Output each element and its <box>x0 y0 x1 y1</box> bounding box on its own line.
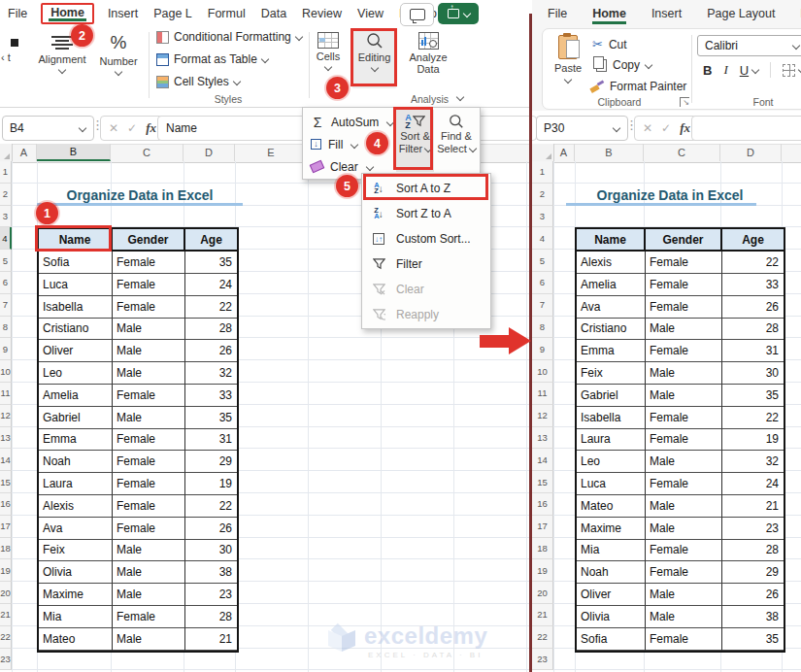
row-header-1[interactable]: 1 <box>0 161 12 184</box>
cell-age[interactable]: 35 <box>185 407 237 429</box>
cell-name[interactable]: Luca <box>39 274 113 296</box>
column-header-d[interactable]: D <box>184 144 235 161</box>
cell-gender[interactable]: Female <box>113 274 185 296</box>
copy-button[interactable]: Copy <box>592 58 651 72</box>
borders-icon[interactable] <box>783 64 795 77</box>
row-header-21[interactable]: 21 <box>532 604 553 626</box>
row-header-19[interactable]: 19 <box>532 559 553 582</box>
cell-gender[interactable]: Male <box>646 385 722 407</box>
cell-name[interactable]: Mia <box>577 540 646 562</box>
ribbon-collapse-chevron-icon[interactable] <box>456 93 464 101</box>
cell-age[interactable]: 32 <box>722 451 784 473</box>
row-header-18[interactable]: 18 <box>0 538 12 560</box>
cell-age[interactable]: 29 <box>185 451 237 473</box>
tab-file[interactable]: File <box>6 3 29 24</box>
column-header-d[interactable]: D <box>720 144 782 161</box>
insert-function-icon[interactable]: fx <box>680 120 690 136</box>
cell-age[interactable]: 38 <box>722 606 784 628</box>
cell-gender[interactable]: Female <box>113 451 185 473</box>
row-header-9[interactable]: 9 <box>0 338 12 360</box>
cell-gender[interactable]: Female <box>113 473 185 495</box>
cell-gender[interactable]: Female <box>646 628 722 651</box>
cell-name[interactable]: Gabriel <box>577 385 646 407</box>
cell-gender[interactable]: Male <box>113 584 185 606</box>
menu-item-custom-sort[interactable]: ↓↑ Custom Sort... <box>362 226 490 252</box>
cell-gender[interactable]: Female <box>113 385 185 407</box>
cell-gender[interactable]: Male <box>646 362 722 385</box>
cell-age[interactable]: 26 <box>722 296 784 319</box>
cell-age[interactable]: 24 <box>185 274 237 296</box>
cell-age[interactable]: 35 <box>722 385 784 407</box>
cell-age[interactable]: 24 <box>722 473 784 495</box>
cell-name[interactable]: Olivia <box>577 606 646 628</box>
cell-age[interactable]: 26 <box>185 518 237 540</box>
cell-gender[interactable]: Female <box>646 429 722 452</box>
cell-gender[interactable]: Male <box>646 584 722 606</box>
name-box[interactable]: B4 <box>2 116 94 141</box>
cell-age[interactable]: 35 <box>722 628 784 651</box>
row-header-9[interactable]: 9 <box>532 338 553 360</box>
cell-name[interactable]: Mia <box>39 606 113 628</box>
row-header-7[interactable]: 7 <box>532 294 553 317</box>
column-header-c[interactable]: C <box>111 144 184 161</box>
tab-data[interactable]: Data <box>259 3 288 24</box>
row-header-21[interactable]: 21 <box>0 604 12 626</box>
cell-name[interactable]: Isabella <box>577 407 646 429</box>
bold-button[interactable]: B <box>703 63 712 78</box>
cell-name[interactable]: Sofia <box>577 628 646 651</box>
row-header-3[interactable]: 3 <box>0 206 12 228</box>
cell-age[interactable]: 22 <box>185 296 237 319</box>
row-header-14[interactable]: 14 <box>0 449 12 471</box>
cell-gender[interactable]: Female <box>646 540 722 562</box>
cell-gender[interactable]: Female <box>113 252 185 274</box>
column-header-b[interactable]: B <box>37 144 111 161</box>
tab-review[interactable]: Review <box>300 3 344 24</box>
tab-page-layout[interactable]: Page Layout <box>705 3 777 24</box>
cell-name[interactable]: Olivia <box>39 561 113 584</box>
cell-age[interactable]: 28 <box>185 319 237 341</box>
cell-age[interactable]: 26 <box>722 584 784 606</box>
row-header-10[interactable]: 10 <box>0 360 12 383</box>
cell-gender[interactable]: Female <box>646 296 722 319</box>
cell-name[interactable]: Ava <box>577 296 646 319</box>
enter-icon[interactable]: ✓ <box>127 121 137 135</box>
cell-gender[interactable]: Male <box>113 362 185 385</box>
row-header-19[interactable]: 19 <box>0 559 12 582</box>
cell-name[interactable]: Leo <box>577 451 646 473</box>
cell-age[interactable]: 22 <box>722 252 784 274</box>
cells-button[interactable]: Cells <box>313 32 344 70</box>
italic-button[interactable]: I <box>723 62 727 78</box>
row-header-7[interactable]: 7 <box>0 294 12 317</box>
cell-gender[interactable]: Female <box>113 296 185 319</box>
row-header-4[interactable]: 4 <box>532 227 553 250</box>
row-header-8[interactable]: 8 <box>532 317 553 339</box>
row-header-20[interactable]: 20 <box>0 582 12 604</box>
cell-name[interactable]: Cristiano <box>577 319 646 341</box>
cell-name[interactable]: Feix <box>577 362 646 385</box>
cell-name[interactable]: Amelia <box>39 385 113 407</box>
row-header-6[interactable]: 6 <box>532 272 553 294</box>
name-box-right[interactable]: P30 <box>536 116 628 141</box>
tab-home[interactable]: Home <box>590 3 628 24</box>
column-header-a[interactable]: A <box>553 144 575 161</box>
cell-name[interactable]: Alexis <box>39 495 113 518</box>
cut-button[interactable]: ✂ Cut <box>592 37 627 51</box>
cell-name[interactable]: Isabella <box>39 296 113 319</box>
row-header-8[interactable]: 8 <box>0 317 12 339</box>
cell-name[interactable]: Oliver <box>577 584 646 606</box>
cell-name[interactable]: Sofia <box>39 252 113 274</box>
table-header-gender[interactable]: Gender <box>646 229 722 252</box>
row-header-16[interactable]: 16 <box>532 493 553 516</box>
tab-view[interactable]: View <box>355 3 385 24</box>
cell-name[interactable]: Gabriel <box>39 407 113 429</box>
cell-name[interactable]: Noah <box>577 561 646 584</box>
cell-name[interactable]: Noah <box>39 451 113 473</box>
analyze-data-button[interactable]: Analyze Data <box>406 32 451 75</box>
cell-age[interactable]: 23 <box>722 518 784 540</box>
cell-gender[interactable]: Male <box>646 319 722 341</box>
tab-insert[interactable]: Insert <box>106 3 140 24</box>
cell-name[interactable]: Laura <box>577 429 646 452</box>
find-select-button[interactable]: Find & Select <box>436 110 477 172</box>
conditional-formatting-button[interactable]: Conditional Formatting <box>156 30 302 44</box>
table-header-age[interactable]: Age <box>722 229 784 252</box>
